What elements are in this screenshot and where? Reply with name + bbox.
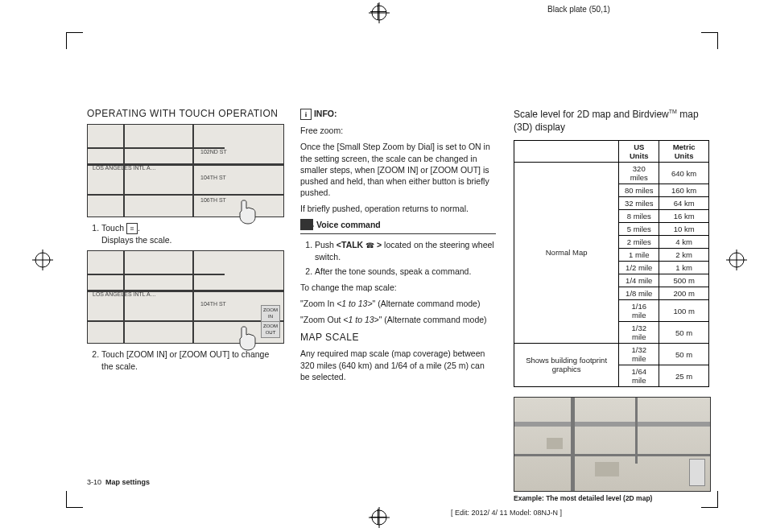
step-1: Touch ≡. Displays the scale.	[101, 222, 283, 245]
divider	[300, 233, 496, 234]
crop-mark	[66, 491, 83, 508]
free-zoom-body-2: If briefly pushed, operation returns to …	[300, 203, 496, 214]
road-label: 104TH ST	[200, 175, 226, 180]
step-1-caption: Displays the scale.	[101, 234, 283, 245]
example-caption: Example: The most detailed level (2D map…	[514, 494, 709, 502]
map-screenshot-1: LOS ANGELES INTL A… 102ND ST 104TH ST 10…	[87, 124, 284, 217]
info-icon: i	[300, 109, 312, 120]
zoom-out-cmd: "Zoom Out <1 to 13>" (Alternate command …	[300, 314, 496, 325]
map-screenshot-detailed	[514, 397, 711, 492]
map-scale-body: Any required map scale (map coverage) be…	[300, 348, 496, 382]
heading-scale-table: Scale level for 2D map and BirdviewTM ma…	[514, 108, 709, 134]
talk-glyph-icon: ☎	[365, 241, 374, 250]
info-heading: i INFO:	[300, 108, 496, 120]
crop-mark	[701, 32, 718, 49]
top-registration-mark	[369, 2, 390, 25]
th-us-units: US Units	[619, 141, 659, 163]
road-label: 102ND ST	[200, 149, 227, 155]
vc-step-2: After the tone sounds, speak a command.	[315, 266, 496, 277]
road-label: LOS ANGELES INTL A…	[93, 165, 156, 171]
touch-finger-icon	[235, 199, 259, 225]
th-metric-units: Metric Units	[659, 141, 709, 163]
road-label: 104TH ST	[200, 301, 226, 307]
black-plate: Black plate (50,1)	[547, 5, 610, 14]
scale-icon: ≡	[126, 223, 138, 234]
page-footer: 3-10 Map settings	[87, 478, 150, 486]
scale-table: US Units Metric Units Normal Map 320 mil…	[514, 140, 709, 387]
row-label-footprint: Shows building footprint graphics	[514, 344, 619, 387]
heading-touch-operation: OPERATING WITH TOUCH OPERATION	[87, 108, 283, 119]
free-zoom-body: Once the [Small Step Zoom by Dial] is se…	[300, 141, 496, 198]
change-scale-label: To change the map scale:	[300, 282, 496, 293]
vc-step-1: Push <TALK ☎ > located on the steering w…	[315, 239, 496, 262]
side-registration-mark	[32, 250, 53, 272]
zoom-in-button: ZOOM IN	[261, 305, 280, 322]
column-1: OPERATING WITH TOUCH OPERATION LOS ANGEL…	[87, 108, 283, 502]
heading-map-scale: MAP SCALE	[300, 332, 496, 343]
zoom-in-cmd: "Zoom In <1 to 13>" (Alternate command m…	[300, 298, 496, 309]
zoom-out-button: ZOOM OUT	[261, 321, 280, 338]
column-2: i INFO: Free zoom: Once the [Small Step …	[300, 108, 496, 502]
row-label-normal: Normal Map	[514, 163, 619, 344]
step-2: Touch [ZOOM IN] or [ZOOM OUT] to change …	[101, 348, 283, 371]
crop-mark	[66, 32, 83, 49]
edit-stamp: [ Edit: 2012/ 4/ 11 Model: 08NJ-N ]	[451, 509, 562, 517]
voice-command-heading: Voice command	[300, 219, 496, 230]
voice-command-icon	[300, 219, 313, 230]
free-zoom-label: Free zoom:	[300, 125, 496, 136]
bottom-registration-mark	[369, 507, 390, 530]
side-registration-mark	[726, 250, 747, 272]
road-label: LOS ANGELES INTL A…	[93, 291, 156, 297]
map-screenshot-2: LOS ANGELES INTL A… 104TH ST ZOOM IN ZOO…	[87, 250, 284, 344]
touch-finger-icon	[235, 325, 259, 351]
road-label: 106TH ST	[200, 197, 226, 203]
column-3: Scale level for 2D map and BirdviewTM ma…	[514, 108, 709, 502]
map-zoom-control-icon	[689, 459, 705, 486]
